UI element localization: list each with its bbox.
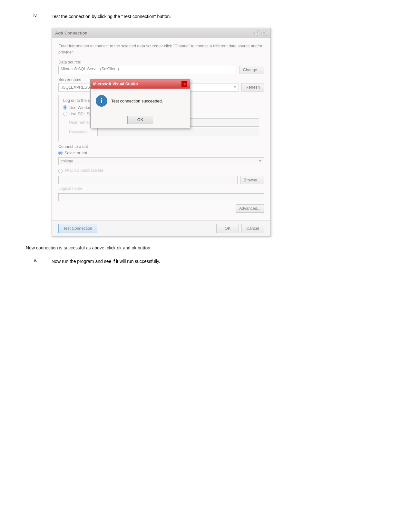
advanced-button[interactable]: Advanced... <box>236 204 264 213</box>
refresh-button[interactable]: Refresh <box>241 83 264 92</box>
info-icon: i <box>96 95 107 107</box>
footer-right: OK Cancel <box>216 224 264 233</box>
popup-close-icon: ✕ <box>183 82 186 86</box>
popup-footer: OK <box>91 113 190 128</box>
attach-section: Attach a database file: Browse... Logica… <box>58 168 264 201</box>
add-connection-title: Add Connection <box>55 31 87 35</box>
advanced-row: Advanced... <box>58 204 264 213</box>
add-connection-titlebar: Add Connection ? ✕ <box>52 28 270 38</box>
windows-auth-radio[interactable] <box>63 105 67 110</box>
db-name-value: college <box>61 159 73 163</box>
connect-to-db-label: Connect to a dat <box>58 144 264 149</box>
step-v-instruction: v. Now run the program and see if it wil… <box>26 258 385 265</box>
popup-ok-button[interactable]: OK <box>127 116 153 124</box>
logical-name-label: Logical name: <box>58 186 264 191</box>
logical-name-input <box>58 193 264 201</box>
browse-button[interactable]: Browse... <box>240 176 264 184</box>
help-icon: ? <box>256 31 258 35</box>
dialog-footer: Test Connection OK Cancel <box>52 220 270 236</box>
popup-overlay: Microsoft Visual Studio ✕ i Test connect… <box>90 79 190 128</box>
popup-body: i Test connection succeeded. <box>91 89 190 113</box>
dialog-controls: ? ✕ <box>254 30 267 36</box>
connect-to-db-section: Connect to a dat Select or ent college ▼ <box>58 144 264 165</box>
data-source-row: Microsoft SQL Server (SqlClient) Change.… <box>58 66 264 74</box>
dialog-wrapper: Add Connection ? ✕ Enter information to … <box>52 28 271 237</box>
dropdown-arrow-icon: ▼ <box>233 85 237 89</box>
step-iv-instruction: iv. Test the connection by clicking the … <box>26 13 385 20</box>
footer-left: Test Connection <box>58 224 97 233</box>
popup-dialog: Microsoft Visual Studio ✕ i Test connect… <box>90 79 190 128</box>
attach-file-row: Browse... <box>58 176 264 184</box>
select-db-row: Select or ent <box>58 151 264 155</box>
select-db-radio[interactable] <box>58 151 63 155</box>
attach-db-label: Attach a database file: <box>64 168 104 173</box>
info-icon-symbol: i <box>101 97 103 105</box>
add-connection-body: Enter information to connect to the sele… <box>52 38 270 220</box>
step-iv-label: iv. <box>26 13 45 20</box>
data-source-label: Data source: <box>58 60 264 64</box>
server-name-value: .\SQLEXPRESS <box>61 85 90 90</box>
data-source-section: Data source: Microsoft SQL Server (SqlCl… <box>58 60 264 74</box>
ok-button[interactable]: OK <box>216 224 239 233</box>
popup-close-button[interactable]: ✕ <box>181 81 187 87</box>
popup-title: Microsoft Visual Studio <box>93 82 138 86</box>
below-dialog-text: Now connection is successful as above, c… <box>26 244 385 251</box>
test-connection-button[interactable]: Test Connection <box>58 224 97 233</box>
dialog-description: Enter information to connect to the sele… <box>58 43 264 55</box>
data-source-value: Microsoft SQL Server (SqlClient) <box>58 66 237 74</box>
add-connection-dialog: Add Connection ? ✕ Enter information to … <box>52 28 271 237</box>
change-button[interactable]: Change... <box>240 66 264 74</box>
popup-titlebar: Microsoft Visual Studio ✕ <box>91 80 190 89</box>
db-dropdown-arrow-icon: ▼ <box>259 159 262 163</box>
cancel-button[interactable]: Cancel <box>241 224 264 233</box>
close-icon: ✕ <box>263 31 266 35</box>
step-iv-text: Test the connection by clicking the "Tes… <box>52 13 171 20</box>
step-v-text: Now run the program and see if it will r… <box>52 258 160 265</box>
step-v-label: v. <box>26 258 45 265</box>
popup-message: Test connection succeeded. <box>111 99 163 103</box>
password-row: Password: <box>69 128 259 136</box>
close-button[interactable]: ✕ <box>261 30 267 36</box>
db-name-row: college ▼ <box>58 157 264 165</box>
select-db-label: Select or ent <box>64 151 87 155</box>
sql-auth-radio[interactable] <box>63 112 67 116</box>
db-name-dropdown[interactable]: college ▼ <box>58 157 264 165</box>
password-input[interactable] <box>97 128 259 136</box>
attach-file-input <box>58 176 238 184</box>
password-label: Password: <box>69 130 95 134</box>
help-button[interactable]: ? <box>254 30 260 36</box>
attach-db-row: Attach a database file: <box>58 168 264 174</box>
attach-db-radio[interactable] <box>58 169 63 173</box>
